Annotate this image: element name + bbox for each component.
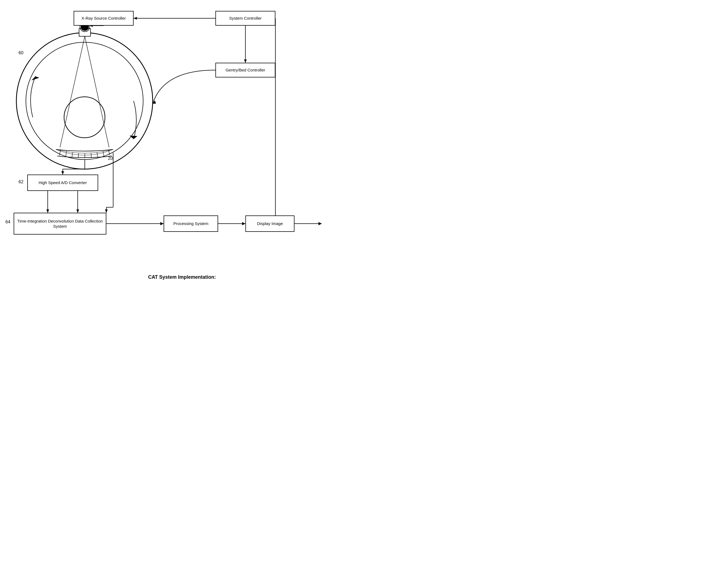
adc-number: 62 [19,180,23,184]
processing-label: Processing System [173,221,208,226]
display-label: Display Image [257,221,283,226]
svg-line-9 [66,151,66,157]
svg-marker-28 [319,222,322,225]
svg-marker-32 [160,222,163,225]
adc-box: High Speed A/D Converter [27,175,98,191]
svg-marker-26 [153,100,156,104]
tidcs-number: 64 [5,220,10,225]
processing-box: Processing System [163,216,218,232]
svg-line-14 [97,152,98,158]
svg-marker-18 [129,135,137,139]
svg-rect-3 [79,29,90,36]
svg-marker-24 [133,17,137,20]
svg-marker-34 [46,210,49,213]
display-box: Display Image [246,216,295,232]
xray-controller-label: X-Ray Source Controller [81,16,126,21]
svg-marker-44 [105,210,108,213]
tidcs-box: Time-Integration Deconvolution Data Coll… [14,213,106,235]
caption: CAT System Implementation: [0,274,364,280]
svg-marker-40 [61,171,64,175]
gentry-controller-label: Gentry/Bed Controller [226,67,265,73]
xray-controller-box: X-Ray Source Controller [74,11,133,26]
gantry-number: 60 [19,50,23,55]
svg-line-6 [60,36,85,147]
svg-marker-17 [31,76,39,80]
system-controller-box: System Controller [216,11,275,26]
svg-line-8 [59,150,60,156]
diagram-container: X-Ray Source Controller System Controlle… [0,0,364,285]
gentry-controller-box: Gentry/Bed Controller [216,63,275,77]
diagram-svg [0,0,364,285]
svg-marker-30 [242,222,246,225]
svg-marker-22 [244,59,247,63]
svg-line-16 [108,150,110,155]
detector-number: 20 [108,156,113,161]
svg-point-1 [26,42,143,160]
svg-line-10 [72,152,72,158]
svg-line-13 [91,153,91,158]
svg-marker-36 [76,210,79,213]
system-controller-label: System Controller [229,16,262,21]
svg-line-15 [103,151,104,157]
svg-line-7 [85,36,109,147]
svg-point-0 [16,33,153,169]
svg-point-2 [64,97,105,138]
tidcs-label: Time-Integration Deconvolution Data Coll… [17,219,103,229]
adc-label: High Speed A/D Converter [39,180,87,186]
